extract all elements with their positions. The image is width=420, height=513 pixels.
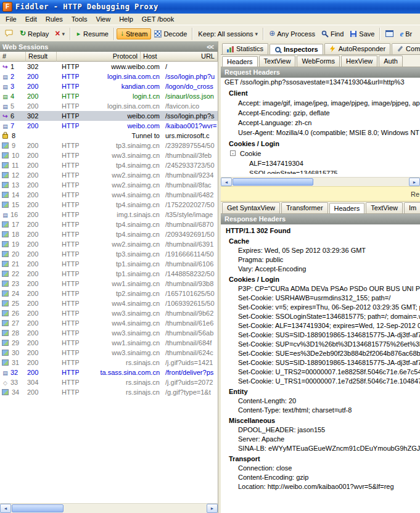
request-header-row[interactable]: ALF=1347419304 bbox=[221, 158, 420, 168]
response-inspector-tab[interactable]: TextView bbox=[366, 202, 403, 213]
menu-item[interactable]: File bbox=[1, 14, 21, 24]
response-header-row[interactable]: Cache bbox=[221, 237, 420, 246]
response-header-row[interactable]: Set-Cookie: SUS=SID-1889019865-134681577… bbox=[221, 330, 420, 340]
session-row[interactable]: 17 200 HTTP tp4.sinaimg.cn /thumbnail/68… bbox=[0, 220, 218, 229]
session-row[interactable]: 22 200 HTTP tp1.sinaimg.cn /1448858232/5… bbox=[0, 269, 218, 279]
inspector-tab[interactable]: Comp bbox=[392, 43, 420, 54]
session-row[interactable]: 14 200 HTTP ww4.sinaimg.cn /thumbnail/64… bbox=[0, 190, 218, 200]
request-inspector-tab[interactable]: Auth bbox=[379, 55, 403, 67]
request-header-row[interactable]: Cookies / Login bbox=[221, 139, 420, 149]
launch-window-button[interactable] bbox=[382, 29, 397, 38]
menu-item[interactable]: GET /book bbox=[138, 14, 178, 24]
scrollbar-track[interactable] bbox=[232, 178, 409, 186]
response-header-row[interactable]: Set-Cookie: ALF=1347419304; expires=Wed,… bbox=[221, 321, 420, 330]
response-encoding-banner[interactable]: Re bbox=[221, 186, 420, 202]
response-header-row[interactable]: Cookies / Login bbox=[221, 275, 420, 284]
session-row[interactable]: 2 200 HTTP login.sina.com.cn /sso/login.… bbox=[0, 72, 218, 81]
scroll-left-button[interactable] bbox=[0, 504, 11, 513]
stream-toggle-button[interactable]: Stream bbox=[117, 28, 151, 39]
scroll-right-button[interactable] bbox=[409, 178, 420, 186]
session-row[interactable]: 13 200 HTTP ww2.sinaimg.cn /thumbnail/8f… bbox=[0, 180, 218, 190]
keep-sessions-dropdown[interactable]: Keep: All sessions bbox=[195, 29, 261, 39]
request-header-row[interactable]: Accept-Encoding: gzip, deflate bbox=[221, 108, 420, 118]
response-header-row[interactable]: Set-Cookie: SUS=SID-1889019865-134681577… bbox=[221, 358, 420, 367]
session-row[interactable]: 30 200 HTTP ww3.sinaimg.cn /thumbnail/62… bbox=[0, 348, 218, 358]
session-row[interactable]: 28 200 HTTP ww3.sinaimg.cn /thumbnail/56… bbox=[0, 328, 218, 338]
request-inspector-tab[interactable]: Headers bbox=[222, 56, 258, 67]
session-row[interactable]: 18 200 HTTP tp4.sinaimg.cn /2093492691/5… bbox=[0, 229, 218, 239]
response-header-row[interactable]: Transport bbox=[221, 454, 420, 464]
request-inspector-tab[interactable]: TextView bbox=[259, 55, 296, 67]
request-inspector-tab[interactable]: WebForms bbox=[297, 55, 340, 67]
session-row[interactable]: 4 200 HTTP login.t.cn /sinaurl/oss.json bbox=[0, 91, 218, 101]
menu-item[interactable]: Rules bbox=[41, 14, 67, 24]
response-header-row[interactable]: Location: http://weibo.com/kaibao001?wvr… bbox=[221, 482, 420, 491]
session-row[interactable]: 7 200 HTTP weibo.com /kaibao001?wvr= bbox=[0, 121, 218, 131]
response-header-row[interactable]: Set-Cookie: SSOLoginState=1346815775; pa… bbox=[221, 312, 420, 321]
find-button[interactable]: Find bbox=[318, 29, 347, 39]
scrollbar-track[interactable] bbox=[11, 504, 207, 513]
request-header-row[interactable]: Accept: image/gif, image/jpeg, image/pjp… bbox=[221, 98, 420, 108]
session-row[interactable]: 15 200 HTTP tp4.sinaimg.cn /1752202027/5… bbox=[0, 200, 218, 210]
response-header-row[interactable]: Content-Encoding: gzip bbox=[221, 473, 420, 482]
decode-button[interactable]: Decode bbox=[151, 29, 190, 39]
response-header-row[interactable]: Set-Cookie: USRHAWB=usrmdins312_155; pat… bbox=[221, 293, 420, 303]
response-header-row[interactable]: DPOOL_HEADER: jason155 bbox=[221, 425, 420, 435]
session-row[interactable]: 6 302 HTTP weibo.com /sso/login.php?s bbox=[0, 111, 218, 121]
response-inspector-tab[interactable]: Headers bbox=[329, 203, 365, 214]
session-row[interactable]: 1 302 HTTP www.weibo.com / bbox=[0, 62, 218, 72]
response-header-row[interactable]: Server: Apache bbox=[221, 435, 420, 444]
response-header-row[interactable]: SINA-LB: eWYyMTEuaGEueWZncm91cDEuYmoubG9… bbox=[221, 444, 420, 453]
session-row[interactable]: 29 200 HTTP ww1.sinaimg.cn /thumbnail/68… bbox=[0, 338, 218, 348]
scrollbar-thumb[interactable] bbox=[233, 178, 313, 186]
session-row[interactable]: 23 200 HTTP ww1.sinaimg.cn /thumbnail/93… bbox=[0, 279, 218, 289]
save-button[interactable]: Save bbox=[347, 29, 377, 39]
request-inspector-tab[interactable]: HexView bbox=[341, 55, 377, 67]
request-line[interactable]: GET /sso/login.php?ssosavestate=13474193… bbox=[221, 78, 420, 87]
session-row[interactable]: 10 200 HTTP ww3.sinaimg.cn /thumbnail/3f… bbox=[0, 150, 218, 160]
remove-button[interactable] bbox=[52, 29, 68, 39]
menu-item[interactable]: Help bbox=[115, 14, 138, 24]
session-row[interactable]: 11 200 HTTP tp4.sinaimg.cn /2452933723/5… bbox=[0, 160, 218, 170]
scroll-right-button[interactable] bbox=[207, 504, 218, 513]
resume-button[interactable]: Resume bbox=[73, 29, 112, 39]
response-header-row[interactable]: Vary: Accept-Encoding bbox=[221, 265, 420, 274]
column-header[interactable]: # bbox=[0, 52, 26, 62]
session-row[interactable]: 21 200 HTTP tp1.sinaimg.cn /thumbnail/61… bbox=[0, 259, 218, 269]
menu-item[interactable]: Edit bbox=[21, 14, 41, 24]
response-inspector-tab[interactable]: Transformer bbox=[281, 202, 328, 213]
response-header-row[interactable]: Connection: close bbox=[221, 464, 420, 473]
request-header-row[interactable]: User-Agent: Mozilla/4.0 (compatible; MSI… bbox=[221, 128, 420, 137]
session-row[interactable]: 20 200 HTTP tp3.sinaimg.cn /1916666114/5… bbox=[0, 249, 218, 259]
session-row[interactable]: 31 200 HTTP rs.sinajs.cn /j.gif?uids=142… bbox=[0, 358, 218, 367]
session-row[interactable]: 24 200 HTTP tp2.sinaimg.cn /1657101625/5… bbox=[0, 289, 218, 298]
any-process-button[interactable]: Any Process bbox=[266, 29, 318, 39]
session-row[interactable]: 3 200 HTTP kandian.com /logon/do_cross bbox=[0, 81, 218, 91]
session-row[interactable]: 26 200 HTTP ww3.sinaimg.cn /thumbnail/9b… bbox=[0, 308, 218, 318]
response-header-row[interactable]: Set-Cookie: U_TRS2=00000007.1e88258f.504… bbox=[221, 367, 420, 377]
request-header-row[interactable]: SSOLoginState=1346815775 bbox=[221, 168, 420, 174]
session-row[interactable]: 12 200 HTTP ww2.sinaimg.cn /thumbnail/92… bbox=[0, 170, 218, 180]
response-header-row[interactable]: Content-Length: 20 bbox=[221, 396, 420, 406]
browse-button[interactable]: Br bbox=[397, 29, 415, 39]
response-header-row[interactable]: Content-Type: text/html; charset=utf-8 bbox=[221, 406, 420, 415]
replay-button[interactable]: Replay bbox=[17, 29, 52, 39]
response-header-row[interactable]: Set-Cookie: U_TRS1=00000007.1e7d258f.504… bbox=[221, 377, 420, 386]
column-header[interactable]: Protocol bbox=[57, 52, 141, 62]
session-row[interactable]: 8 Tunnel to urs.microsoft.c bbox=[0, 131, 218, 141]
request-header-row[interactable]: Cookie bbox=[221, 149, 420, 158]
response-header-row[interactable]: P3P: CP="CURa ADMa DEVa PSAo PSDo OUR BU… bbox=[221, 284, 420, 293]
scroll-left-button[interactable] bbox=[221, 178, 232, 186]
request-header-row[interactable]: Client bbox=[221, 88, 420, 98]
session-row[interactable]: 16 200 HTTP img.t.sinajs.cn /t35/style/i… bbox=[0, 210, 218, 220]
response-header-row[interactable]: Set-Cookie: SUP=cv%3D1%26bt%3D1346815775… bbox=[221, 340, 420, 349]
session-row[interactable]: 32 200 HTTP ta.sass.sina.com.cn /front/d… bbox=[0, 367, 218, 377]
column-header[interactable]: Host bbox=[141, 52, 199, 62]
response-inspector-tab[interactable]: Im bbox=[404, 202, 420, 213]
session-row[interactable]: 9 200 HTTP tp3.sinaimg.cn /2392897554/50 bbox=[0, 141, 218, 150]
session-row[interactable]: 34 200 HTTP rs.sinajs.cn /g.gif?type=1&t bbox=[0, 387, 218, 397]
session-row[interactable]: 33 304 HTTP rs.sinajs.cn /j.gif?uids=207… bbox=[0, 377, 218, 387]
column-header[interactable]: URL bbox=[199, 52, 218, 62]
inspector-tab[interactable]: Statistics bbox=[222, 43, 268, 54]
request-header-row[interactable]: Accept-Language: zh-cn bbox=[221, 118, 420, 128]
